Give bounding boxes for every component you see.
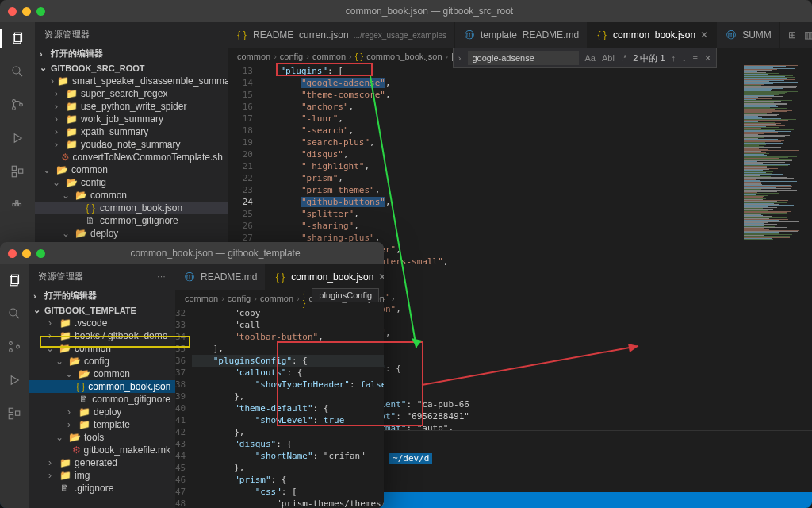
match-case-icon[interactable]: Aa: [585, 53, 596, 63]
folder-icon: 📁: [65, 101, 78, 112]
close-tab-icon[interactable]: ✕: [378, 271, 384, 283]
tree-item[interactable]: ›📁work_job_summary: [35, 113, 228, 125]
tree-item[interactable]: ›📁xpath_summary: [35, 125, 228, 138]
svg-rect-13: [16, 201, 18, 203]
tree-item[interactable]: ›📁use_python_write_spider: [35, 100, 228, 113]
tree-item-label: common_gitignore: [92, 394, 170, 405]
tree-item[interactable]: 🗎.gitignore: [29, 482, 175, 495]
breadcrumb-item[interactable]: common: [237, 52, 270, 61]
editor-tab[interactable]: ⓜSUMM: [717, 22, 780, 48]
sidebar: 资源管理器··· ›打开的编辑器 ⌄GITBOOK_TEMPLATE ›📁.vs…: [29, 264, 175, 508]
tree-item[interactable]: ›📁smart_speaker_disassemble_summary: [35, 75, 228, 87]
tree-item-label: work_job_summary: [81, 114, 163, 125]
close-find-icon[interactable]: ✕: [704, 53, 711, 64]
explorer-icon[interactable]: [0, 29, 35, 48]
folder-icon: 📁: [65, 88, 78, 99]
svg-point-4: [13, 100, 16, 103]
tree-item-label: xpath_summary: [81, 126, 148, 137]
debug-icon[interactable]: [5, 371, 24, 390]
breadcrumb-dropdown[interactable]: pluginsConfig: [312, 288, 379, 302]
close-tab-icon[interactable]: ✕: [700, 29, 708, 40]
explorer-icon[interactable]: [0, 271, 32, 290]
breadcrumb-item[interactable]: common_book.json: [366, 52, 442, 61]
breadcrumb-item[interactable]: common: [312, 52, 346, 61]
source-control-icon[interactable]: [8, 95, 27, 114]
workspace-root[interactable]: ⌄GITBOOK_SRC_ROOT: [35, 61, 228, 75]
activity-bar: [0, 264, 29, 508]
tree-item-label: config: [81, 177, 106, 188]
tree-item-label: .gitignore: [75, 483, 113, 494]
find-widget[interactable]: › Aa Abl .* 2 中的 1 ↑ ↓ ≡ ✕: [453, 48, 717, 68]
tree-item[interactable]: { }common_book.json: [35, 202, 228, 214]
source-control-icon[interactable]: [5, 337, 24, 356]
tree-item[interactable]: { }common_book.json: [29, 380, 175, 393]
chevron-right-icon[interactable]: ›: [458, 53, 462, 63]
prev-match-icon[interactable]: ↑: [672, 53, 676, 63]
tree-item[interactable]: ›📁deploy: [29, 406, 175, 418]
tab-action-icon[interactable]: ⊞: [788, 29, 796, 40]
open-editors-section[interactable]: ›打开的编辑器: [35, 46, 228, 61]
svg-point-5: [13, 107, 16, 110]
tree-item-label: tools: [84, 432, 104, 443]
svg-point-6: [20, 103, 23, 106]
svg-rect-8: [12, 166, 16, 170]
editor-tab[interactable]: { }common_book.json✕: [588, 22, 717, 48]
tree-item[interactable]: ›📁template: [29, 418, 175, 431]
tree-item[interactable]: ⌄📂tools: [29, 431, 175, 444]
minimize-window[interactable]: [22, 7, 31, 16]
workspace-root[interactable]: ⌄GITBOOK_TEMPLATE: [29, 303, 175, 317]
breadcrumb-item[interactable]: config: [280, 52, 303, 61]
tree-item[interactable]: ›📁books / gitbook_demo: [29, 329, 175, 342]
docker-icon[interactable]: [8, 195, 27, 214]
svg-rect-14: [19, 204, 21, 206]
close-window[interactable]: [8, 7, 17, 16]
tree-item[interactable]: ⌄📂common: [35, 164, 228, 176]
editor-tab[interactable]: ⓜREADME.md: [175, 264, 266, 290]
minimize-window[interactable]: [22, 249, 31, 258]
tree-item[interactable]: ⚙convertToNewCommonTemplate.sh: [35, 151, 228, 164]
tree-item[interactable]: 🗎common_gitignore: [35, 214, 228, 227]
debug-icon[interactable]: [8, 129, 27, 148]
svg-line-24: [16, 315, 19, 318]
minimap[interactable]: [741, 65, 812, 430]
tree-item[interactable]: ⌄📂deploy: [35, 227, 228, 240]
tree-item[interactable]: ⌄📂config: [35, 176, 228, 189]
editor-tab[interactable]: { }common_book.json✕: [266, 264, 384, 290]
find-input[interactable]: [468, 51, 579, 65]
tree-item[interactable]: ›📁youdao_note_summary: [35, 138, 228, 151]
tree-item[interactable]: ⌄📂common: [35, 189, 228, 202]
search-icon[interactable]: [5, 304, 24, 323]
folder-icon: 📁: [65, 126, 78, 137]
tree-item[interactable]: ›📁img: [29, 469, 175, 482]
zoom-window[interactable]: [36, 249, 45, 258]
tree-item[interactable]: ⌄📂common: [29, 368, 175, 380]
breadcrumb-item[interactable]: config: [228, 294, 251, 303]
breadcrumb-item[interactable]: common: [260, 294, 293, 303]
code-editor[interactable]: 3233343536373839404142434445464748 "copy…: [175, 307, 384, 508]
find-status: 2 中的 1: [633, 52, 665, 64]
tree-item[interactable]: ⌄📂common: [29, 342, 175, 355]
tab-action-icon[interactable]: ▥: [804, 29, 812, 40]
tree-item[interactable]: ›📁super_search_regex: [35, 87, 228, 100]
file-icon: 🗎: [59, 483, 71, 494]
regex-icon[interactable]: .*: [621, 53, 626, 63]
open-editors-section[interactable]: ›打开的编辑器: [29, 288, 175, 303]
whole-word-icon[interactable]: Abl: [602, 53, 615, 63]
tree-item[interactable]: ⚙gitbook_makefile.mk: [29, 444, 175, 456]
tree-item[interactable]: ›📁generated: [29, 456, 175, 469]
close-window[interactable]: [8, 249, 17, 258]
folder-icon: 📁: [57, 75, 69, 87]
breadcrumb-item[interactable]: common: [185, 294, 218, 303]
tree-item[interactable]: 🗎common_gitignore: [29, 393, 175, 406]
tree-item[interactable]: ⌄📂config: [29, 355, 175, 368]
extensions-icon[interactable]: [5, 404, 24, 423]
extensions-icon[interactable]: [8, 162, 27, 181]
next-match-icon[interactable]: ↓: [682, 53, 687, 63]
zoom-window[interactable]: [36, 7, 45, 16]
folder-icon: 📁: [65, 139, 78, 150]
search-icon[interactable]: [8, 62, 27, 81]
editor-tab[interactable]: { }README_current.json.../regex_usage_ex…: [228, 22, 455, 48]
find-selection-icon[interactable]: ≡: [693, 53, 698, 63]
tree-item[interactable]: ›📁.vscode: [29, 317, 175, 329]
editor-tab[interactable]: ⓜtemplate_README.md: [455, 22, 588, 48]
